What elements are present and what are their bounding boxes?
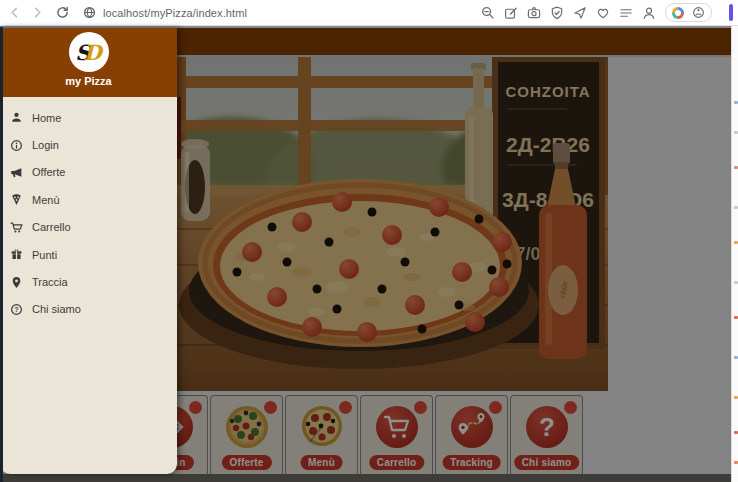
sidebar-item-chi-siamo[interactable]: ? Chi siamo xyxy=(0,296,177,323)
pizza-slice-icon xyxy=(10,193,23,206)
send-icon[interactable] xyxy=(573,6,587,20)
sidebar-menu: Home Login Offerte Menù Carrello Punti xyxy=(0,97,177,323)
camera-icon[interactable] xyxy=(527,6,541,20)
zoom-out-icon[interactable] xyxy=(481,6,495,20)
brand-name: my Pizza xyxy=(65,75,111,87)
info-icon xyxy=(10,139,23,152)
help-icon: ? xyxy=(10,303,23,316)
sidebar-header: SD my Pizza xyxy=(0,28,177,97)
sidebar-item-offerte[interactable]: Offerte xyxy=(0,159,177,186)
pin-icon xyxy=(10,276,23,289)
purple-sidebar-tab[interactable] xyxy=(729,4,733,21)
reading-list-icon[interactable] xyxy=(619,6,633,20)
sidebar-item-login[interactable]: Login xyxy=(0,131,177,158)
browser-tools-icon[interactable] xyxy=(692,6,705,19)
color-wheel-extension-icon[interactable] xyxy=(672,7,684,19)
site-globe-icon xyxy=(83,6,96,19)
profile-icon[interactable] xyxy=(642,6,656,20)
svg-text:?: ? xyxy=(15,306,19,313)
megaphone-icon xyxy=(10,166,23,179)
url-text[interactable]: localhost/myPizza/index.html xyxy=(103,7,247,19)
browser-window: localhost/myPizza/index.html xyxy=(0,0,738,482)
sidebar-item-home[interactable]: Home xyxy=(0,104,177,131)
browser-toolbar: localhost/myPizza/index.html xyxy=(0,0,738,26)
window-left-edge xyxy=(0,27,3,482)
person-icon xyxy=(10,111,23,124)
sidebar-item-carrello[interactable]: Carrello xyxy=(0,214,177,241)
forward-icon[interactable] xyxy=(31,6,44,19)
address-bar[interactable]: localhost/myPizza/index.html xyxy=(83,6,247,19)
compose-icon[interactable] xyxy=(504,6,518,20)
shield-check-icon[interactable] xyxy=(550,6,564,20)
gift-icon xyxy=(10,248,23,261)
sidebar-item-traccia[interactable]: Traccia xyxy=(0,268,177,295)
sidebar-item-menu[interactable]: Menù xyxy=(0,186,177,213)
back-icon[interactable] xyxy=(8,6,21,19)
sidebar-drawer: SD my Pizza Home Login Offerte Menù xyxy=(0,28,177,474)
right-edge-strip xyxy=(731,26,738,482)
reload-icon[interactable] xyxy=(56,6,69,19)
sidebar-item-punti[interactable]: Punti xyxy=(0,241,177,268)
extensions-pill xyxy=(665,3,712,22)
logo-letter-d: D xyxy=(83,42,101,63)
heart-icon[interactable] xyxy=(596,6,610,20)
brand-logo: SD xyxy=(69,32,109,72)
cart-icon xyxy=(10,221,23,234)
